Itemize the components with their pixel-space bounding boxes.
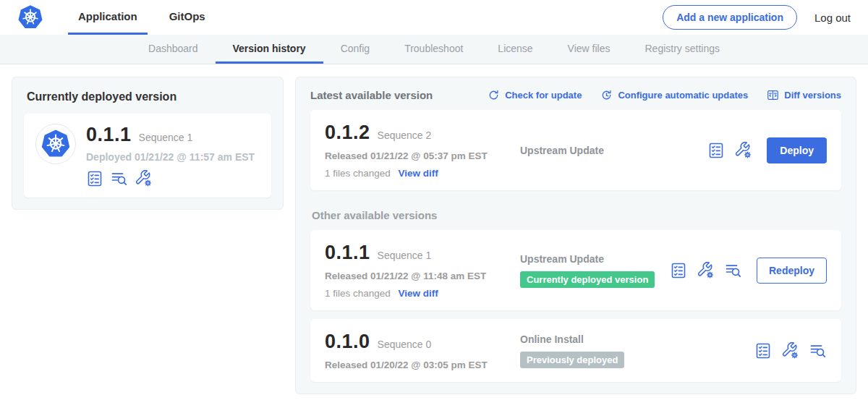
released-timestamp: Released 01/20/22 @ 03:05 pm EST: [325, 360, 510, 370]
released-timestamp: Released 01/21/22 @ 11:48 am EST: [325, 271, 510, 281]
redeploy-button[interactable]: Redeploy: [757, 258, 827, 284]
diff-versions-link[interactable]: Diff versions: [767, 89, 841, 101]
preflight-checks-icon[interactable]: [86, 170, 103, 187]
other-versions-title: Other available versions: [312, 209, 841, 221]
check-for-update-label: Check for update: [505, 90, 582, 101]
subnav-item-dashboard[interactable]: Dashboard: [131, 35, 216, 64]
subnav-item-view-files[interactable]: View files: [550, 35, 628, 64]
config-icon[interactable]: [697, 262, 715, 279]
config-icon[interactable]: [782, 342, 799, 360]
version-history-panel: Latest available version Check for updat…: [295, 77, 856, 394]
version-source-label: Online Install: [520, 333, 754, 345]
auto-update-icon: [600, 89, 613, 101]
version-number: 0.1.2: [325, 122, 370, 144]
deploy-button[interactable]: Deploy: [767, 137, 827, 163]
preflight-checks-icon[interactable]: [670, 262, 687, 279]
currently-deployed-title: Currently deployed version: [27, 90, 271, 103]
refresh-icon: [488, 89, 500, 101]
top-header: Application GitOps Add a new application…: [0, 0, 868, 35]
subnav-item-license[interactable]: License: [480, 35, 550, 64]
view-files-icon[interactable]: [725, 262, 742, 279]
tab-gitops[interactable]: GitOps: [159, 0, 216, 35]
check-for-update-link[interactable]: Check for update: [488, 89, 582, 101]
app-subnav: Dashboard Version history Config Trouble…: [0, 35, 868, 64]
configure-automatic-updates-link[interactable]: Configure automatic updates: [600, 89, 748, 101]
subnav-item-registry-settings[interactable]: Registry settings: [628, 35, 737, 64]
subnav-item-troubleshoot[interactable]: Troubleshoot: [387, 35, 480, 64]
diff-versions-label: Diff versions: [784, 90, 841, 101]
view-diff-link[interactable]: View diff: [399, 288, 438, 299]
version-card-0-1-1: 0.1.1 Sequence 1 Released 01/21/22 @ 11:…: [310, 230, 841, 310]
preflight-checks-icon[interactable]: [754, 342, 772, 360]
currently-deployed-panel: Currently deployed version 0.1.1 Sequenc…: [12, 77, 284, 210]
subnav-item-version-history[interactable]: Version history: [216, 35, 323, 64]
preflight-checks-icon[interactable]: [707, 142, 725, 159]
config-icon[interactable]: [135, 170, 153, 187]
version-card-0-1-2: 0.1.2 Sequence 2 Released 01/21/22 @ 05:…: [310, 110, 841, 190]
version-source-label: Upstream Update: [520, 145, 707, 156]
add-application-button[interactable]: Add a new application: [663, 5, 797, 30]
released-timestamp: Released 01/21/22 @ 05:37 pm EST: [325, 150, 510, 161]
sequence-label: Sequence 2: [378, 129, 432, 141]
tab-application[interactable]: Application: [68, 0, 148, 35]
sequence-label: Sequence 0: [378, 339, 432, 350]
view-files-icon[interactable]: [111, 170, 128, 187]
deployed-timestamp: Deployed 01/21/22 @ 11:57 am EST: [86, 151, 255, 163]
app-icon: [35, 124, 76, 164]
kubernetes-logo-icon: [41, 129, 71, 159]
diff-versions-icon: [767, 89, 779, 101]
subnav-item-config[interactable]: Config: [323, 35, 387, 64]
view-files-icon[interactable]: [809, 342, 827, 360]
view-diff-link[interactable]: View diff: [399, 168, 438, 179]
version-number: 0.1.1: [325, 242, 370, 264]
configure-automatic-updates-label: Configure automatic updates: [618, 90, 748, 101]
version-card-0-1-0: 0.1.0 Sequence 0 Released 01/20/22 @ 03:…: [310, 319, 841, 382]
latest-available-title: Latest available version: [310, 89, 433, 101]
files-changed-label: 1 files changed: [325, 168, 391, 179]
version-source-label: Upstream Update: [520, 253, 670, 265]
previously-deployed-badge: Previously deployed: [520, 352, 624, 368]
config-icon[interactable]: [735, 142, 752, 159]
deployed-version-card: 0.1.1 Sequence 1 Deployed 01/21/22 @ 11:…: [24, 114, 271, 197]
tab-gitops-label: GitOps: [169, 10, 205, 22]
deployed-version-number: 0.1.1: [86, 124, 132, 146]
kubernetes-logo-icon: [17, 4, 43, 30]
logout-button[interactable]: Log out: [814, 12, 851, 24]
app-logo-button[interactable]: [17, 0, 43, 35]
sequence-label: Sequence 1: [378, 250, 432, 261]
deployed-sequence-label: Sequence 1: [139, 132, 193, 143]
version-number: 0.1.0: [325, 331, 370, 353]
tab-application-label: Application: [78, 10, 137, 22]
files-changed-label: 1 files changed: [325, 288, 391, 299]
currently-deployed-badge: Currently deployed version: [520, 271, 655, 288]
